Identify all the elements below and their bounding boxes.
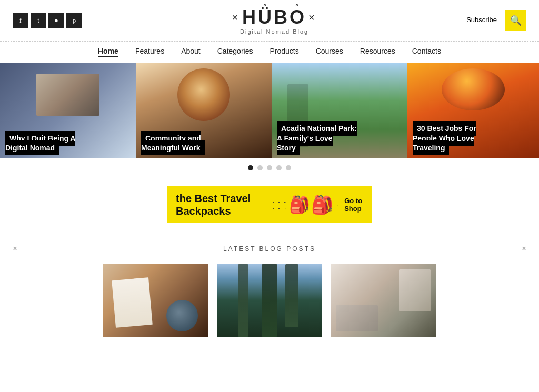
blog-grid — [0, 264, 539, 349]
search-icon: 🔍 — [510, 15, 522, 26]
backpack-icons: 🎒 🎒 — [289, 194, 333, 215]
dot-4[interactable] — [276, 165, 282, 170]
divider-line-right — [322, 249, 515, 249]
latest-posts-title: LATEST BLOG POSTS — [223, 245, 316, 253]
dot-1[interactable] — [248, 165, 253, 170]
divider-line-left — [24, 249, 217, 249]
banner-text: the Best Travel Backpacks — [176, 192, 273, 217]
header: f t ● p × HÜ^BO^ × Digital Nomad Blog Su… — [0, 0, 539, 42]
header-right: Subscribe 🔍 — [466, 10, 526, 31]
banner-arrow: → — [333, 202, 340, 208]
divider-x-left: × — [13, 244, 17, 254]
logo-subtitle: Digital Nomad Blog — [229, 28, 318, 35]
slide-1-caption: Why I Quit Being ADigital Nomad — [5, 134, 131, 153]
pinterest-icon[interactable]: p — [66, 13, 82, 28]
subscribe-button[interactable]: Subscribe — [466, 16, 497, 25]
backpack-icon-1: 🎒 — [289, 195, 310, 215]
instagram-icon[interactable]: ● — [48, 13, 64, 28]
blog-card-2-image — [217, 264, 322, 337]
dot-3[interactable] — [267, 165, 272, 170]
banner-area: the Best Travel Backpacks - - - - -→ 🎒 🎒… — [0, 178, 539, 236]
logo-area: × HÜ^BO^ × Digital Nomad Blog — [229, 6, 318, 35]
navigation: Home Features About Categories Products … — [0, 42, 539, 63]
slide-1-title: Why I Quit Being ADigital Nomad — [5, 131, 75, 155]
divider-x-right: × — [522, 244, 526, 254]
dot-5[interactable] — [286, 165, 291, 170]
banner-label: the Best Travel Backpacks — [176, 193, 251, 217]
nav-resources[interactable]: Resources — [360, 47, 395, 57]
slide-1[interactable]: Why I Quit Being ADigital Nomad — [0, 63, 136, 158]
nav-products[interactable]: Products — [270, 47, 298, 57]
nav-features[interactable]: Features — [135, 47, 164, 57]
social-icons: f t ● p — [13, 13, 82, 28]
blog-card-1[interactable] — [103, 264, 208, 337]
nav-contacts[interactable]: Contacts — [412, 47, 441, 57]
logo-text: HÜ^BO^ — [242, 6, 306, 28]
slide-2-title: Community andMeaningful Work — [141, 131, 205, 155]
slide-4-caption: 30 Best Jobs ForPeople Who LoveTraveling — [413, 124, 534, 153]
blog-card-2[interactable] — [217, 264, 322, 337]
slide-2-caption: Community andMeaningful Work — [141, 134, 266, 153]
nav-about[interactable]: About — [181, 47, 201, 57]
blog-card-1-image — [103, 264, 208, 337]
facebook-icon[interactable]: f — [13, 13, 28, 28]
banner-right: - - - - -→ 🎒 🎒 → Go to Shop — [273, 194, 363, 215]
twitter-icon[interactable]: t — [31, 13, 46, 28]
banner-cta[interactable]: Go to Shop — [344, 197, 363, 213]
slide-3[interactable]: Acadia National Park:A Family's LoveStor… — [272, 63, 407, 158]
slide-4-title: 30 Best Jobs ForPeople Who LoveTraveling — [413, 121, 476, 155]
travel-backpacks-banner[interactable]: the Best Travel Backpacks - - - - -→ 🎒 🎒… — [167, 186, 372, 223]
blog-card-3-image — [331, 264, 436, 337]
backpack-icon-2: 🎒 — [311, 194, 333, 215]
hero-slider: Why I Quit Being ADigital Nomad Communit… — [0, 63, 539, 158]
nav-categories[interactable]: Categories — [217, 47, 253, 57]
dot-2[interactable] — [257, 165, 263, 170]
logo-title: × HÜ^BO^ × — [229, 6, 318, 28]
slide-3-caption: Acadia National Park:A Family's LoveStor… — [277, 124, 402, 153]
logo-x-left: × — [232, 12, 240, 24]
search-button[interactable]: 🔍 — [505, 10, 526, 31]
nav-courses[interactable]: Courses — [316, 47, 343, 57]
latest-posts-divider: × LATEST BLOG POSTS × — [0, 236, 539, 264]
slide-3-title: Acadia National Park:A Family's LoveStor… — [277, 121, 357, 155]
slide-2[interactable]: Community andMeaningful Work — [136, 63, 272, 158]
blog-card-3[interactable] — [331, 264, 436, 337]
banner-dashes: - - - - -→ — [273, 198, 289, 211]
slider-dots — [0, 158, 539, 178]
logo-x-right: × — [308, 12, 317, 24]
slide-4[interactable]: 30 Best Jobs ForPeople Who LoveTraveling — [407, 63, 539, 158]
nav-home[interactable]: Home — [98, 47, 118, 57]
